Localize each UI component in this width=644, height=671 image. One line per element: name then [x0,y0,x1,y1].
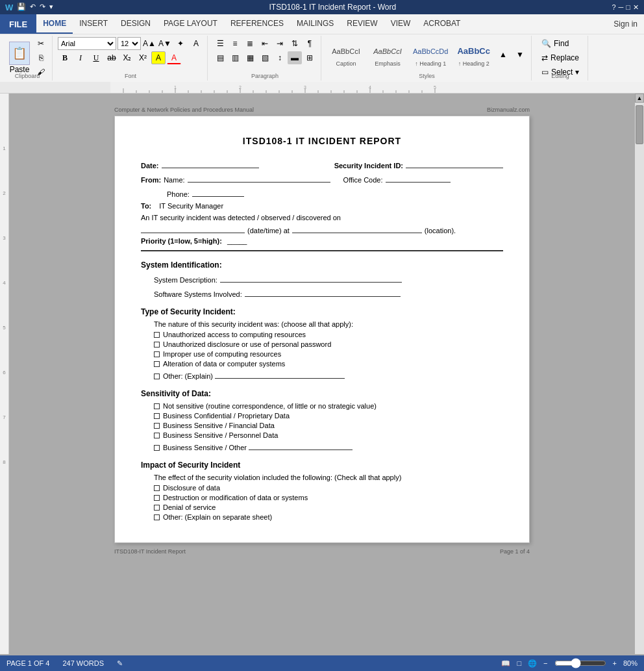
bullets-btn[interactable]: ☰ [213,37,227,50]
scroll-up-btn[interactable]: ▲ [635,94,644,103]
style-heading1[interactable]: AaBbCcDd ↑ Heading 1 [410,40,451,69]
style-caption[interactable]: AaBbCcI Caption [327,40,365,69]
minimize-btn[interactable]: ─ [619,3,624,12]
zoom-slider[interactable] [554,661,606,666]
align-center-btn[interactable]: ▥ [228,51,242,64]
datetime-field[interactable] [141,224,245,233]
redo-btn[interactable]: ↷ [40,3,45,12]
tab-mailings[interactable]: MAILINGS [290,14,340,34]
office-code-field[interactable] [386,173,451,183]
checkbox-unauthorized-disclosure[interactable]: Unauthorized disclosure or use of person… [154,340,503,348]
quick-save[interactable]: 💾 [17,3,26,12]
checkbox-other-impact[interactable]: Other: (Explain on separate sheet) [154,513,503,521]
to-label: To: [141,202,151,210]
software-field[interactable] [245,288,401,297]
multilevel-btn[interactable]: ≣ [243,37,257,50]
increase-font-btn[interactable]: A▲ [142,37,156,50]
tab-page-layout[interactable]: PAGE LAYOUT [157,14,224,34]
shading-btn[interactable]: ▬ [288,51,302,64]
subscript-btn[interactable]: X₂ [120,51,134,64]
checkbox-icon-i2 [154,495,160,501]
find-button[interactable]: 🔍 Find [537,37,573,50]
font-color-btn[interactable]: A [167,51,181,64]
close-btn[interactable]: ✕ [633,3,639,12]
borders-btn[interactable]: ⊞ [303,51,317,64]
replace-button[interactable]: ⇄ Replace [537,51,584,64]
checkbox-business-personnel[interactable]: Business Sensitive / Personnel Data [154,431,503,439]
strikethrough-btn[interactable]: ab [105,51,119,64]
styles-label: Styles [419,73,435,79]
cut-button[interactable]: ✂ [34,37,48,50]
tab-references[interactable]: REFERENCES [224,14,290,34]
checkbox-improper-use[interactable]: Improper use of computing resources [154,350,503,358]
find-icon: 🔍 [541,39,551,48]
security-id-field[interactable] [406,159,503,168]
styles-scroll-up[interactable]: ▲ [496,48,510,61]
help-btn[interactable]: ? [612,3,615,12]
sign-in-link[interactable]: Sign in [607,14,644,34]
other-type-field[interactable] [215,370,345,379]
document-page[interactable]: ITSD108-1 IT INCIDENT REPORT Date: Secur… [114,116,530,543]
view-print-btn[interactable]: □ [517,659,521,667]
checkbox-destruction[interactable]: Destruction or modification of data or s… [154,494,503,501]
decrease-font-btn[interactable]: A▼ [158,37,172,50]
align-left-btn[interactable]: ▤ [213,51,227,64]
tab-view[interactable]: VIEW [384,14,417,34]
bold-button[interactable]: B [58,51,72,64]
style-emphasis[interactable]: AaBbCcI Emphasis [368,40,407,69]
checkbox-other-type[interactable]: Other: (Explain) [154,370,503,380]
show-marks-btn[interactable]: ¶ [303,37,317,50]
date-field[interactable] [162,159,259,168]
decrease-indent-btn[interactable]: ⇤ [258,37,272,50]
checkbox-business-financial[interactable]: Business Sensitive / Financial Data [154,422,503,429]
priority-field[interactable]: _____ [227,237,247,245]
tab-insert[interactable]: INSERT [73,14,114,34]
increase-indent-btn[interactable]: ⇥ [273,37,287,50]
line-spacing-btn[interactable]: ↕ [273,51,287,64]
location-field[interactable] [292,224,422,233]
undo-btn[interactable]: ↶ [30,3,36,12]
file-tab[interactable]: FILE [0,14,36,34]
sort-btn[interactable]: ⇅ [288,37,302,50]
text-effects-btn[interactable]: A [189,37,203,50]
sensitivity-header: Sensitivity of Data: [141,389,503,398]
italic-button[interactable]: I [73,51,88,64]
system-desc-field[interactable] [220,273,402,283]
underline-button[interactable]: U [89,51,103,64]
checkbox-disclosure[interactable]: Disclosure of data [154,484,503,492]
sensitivity-other-field[interactable] [249,441,353,450]
copy-button[interactable]: ⎘ [34,51,48,64]
checkbox-business-other[interactable]: Business Sensitive / Other [154,441,503,451]
scroll-thumb[interactable] [636,105,643,144]
tab-home[interactable]: HOME [36,14,73,34]
paste-icon: 📋 [9,42,30,65]
clear-format-btn[interactable]: ✦ [173,37,188,50]
paste-button[interactable]: 📋 Paste [6,40,32,75]
style-heading2[interactable]: AaBbCc ↑ Heading 2 [454,40,493,69]
vertical-scrollbar[interactable]: ▲ [635,94,644,654]
tab-design[interactable]: DESIGN [114,14,157,34]
checkbox-alteration[interactable]: Alteration of data or computer systems [154,360,503,368]
checkbox-unauthorized-access[interactable]: Unauthorized access to computing resourc… [154,331,503,338]
align-right-btn[interactable]: ▦ [243,51,257,64]
justify-btn[interactable]: ▧ [258,51,272,64]
numbering-btn[interactable]: ≡ [228,37,242,50]
styles-scroll-down[interactable]: ▼ [513,48,527,61]
checkbox-denial[interactable]: Denial of service [154,503,503,511]
phone-field[interactable] [192,188,244,197]
font-size-select[interactable]: 12 [118,37,141,50]
tab-review[interactable]: REVIEW [340,14,384,34]
font-name-select[interactable]: Arial [58,37,116,50]
tab-acrobat[interactable]: ACROBAT [417,14,467,34]
font-group: Arial 12 A▲ A▼ ✦ A B I U ab X₂ X² A A [54,36,208,81]
superscript-btn[interactable]: X² [136,51,150,64]
document-area[interactable]: Computer & Network Policies and Procedur… [9,94,635,654]
view-read-btn[interactable]: 📖 [501,659,510,668]
highlight-btn[interactable]: A [151,51,166,64]
maximize-btn[interactable]: □ [626,3,630,12]
system-id-header: System Identification: [141,260,503,270]
checkbox-business-conf[interactable]: Business Confidential / Proprietary Data [154,412,503,420]
name-field[interactable] [188,173,330,183]
checkbox-not-sensitive[interactable]: Not sensitive (routine correspondence, o… [154,402,503,410]
view-web-btn[interactable]: 🌐 [528,659,537,668]
